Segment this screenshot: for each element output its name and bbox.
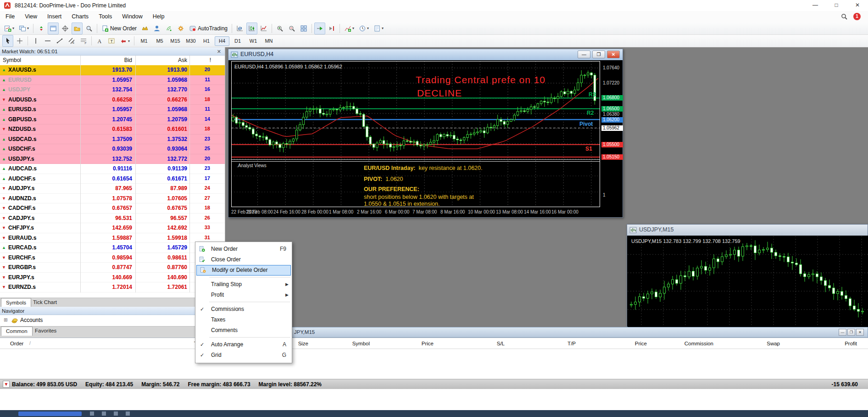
orders-column-swap[interactable]: Swap [767,341,780,346]
market-watch-toggle-button[interactable] [36,23,47,34]
menu-item-new-order[interactable]: New OrderF9 [195,244,292,254]
chart-window-titlebar[interactable]: USDJPY,M15 [627,225,868,236]
market-watch-close-icon[interactable]: ✕ [217,47,221,56]
timeframe-h1[interactable]: H1 [199,36,214,46]
horizontal-line-tool-button[interactable] [42,35,53,47]
market-watch-row-audnzd.s[interactable]: ▼AUDNZD.s1.075781.0760527 [0,194,225,204]
column-ask[interactable]: Ask [178,57,187,63]
signals-button[interactable] [163,23,174,34]
orders-column-symbol[interactable]: Symbol [352,341,370,346]
orders-column-profit[interactable]: Profit [845,341,857,346]
market-watch-row-eurnzd.s[interactable]: ▼EURNZD.s1.720141.72061 [0,282,225,293]
dropdown-caret-icon[interactable]: ▾ [352,26,354,30]
menu-item-grid[interactable]: ✓GridG [195,350,292,361]
arrows-tool-button[interactable]: ▾ [118,35,132,47]
orders-column-sl[interactable]: S/L [497,341,505,346]
profiles-button[interactable]: ▾ [17,23,31,34]
menu-item-commissions[interactable]: ✓Commissions [195,304,292,315]
taskbar-item[interactable] [18,411,82,416]
market-watch-row-nzdusd.s[interactable]: ▼NZDUSD.s0.615830.6160118 [0,124,225,135]
menu-view[interactable]: View [20,11,42,22]
timeframe-m30[interactable]: M30 [184,36,198,46]
market-watch-row-eurjpy.s[interactable]: ▼EURJPY.s140.669140.690 [0,273,225,283]
market-watch-row-eurusd.s[interactable]: ▲EURUSD.s1.059571.0596811 [0,105,225,115]
chart-window-usdjpy-m15[interactable]: USDJPY,M15 USDJPY,M15 132.783 132.799 13… [627,224,868,327]
cursor-tool-button[interactable] [2,35,13,47]
line-chart-mode-button[interactable] [258,23,269,34]
timeframe-mn[interactable]: MN [262,36,276,46]
tab-tick-chart[interactable]: Tick Chart [28,298,61,307]
tab-common[interactable]: Common [1,327,33,336]
data-window-toggle-button[interactable] [48,23,59,34]
auto-scroll-button[interactable] [314,23,325,34]
orders-column-order[interactable]: Order [10,341,23,346]
orders-column-price[interactable]: Price [635,341,647,346]
new-order-button[interactable]: New Order [100,23,139,34]
taskbar-icon[interactable] [102,411,106,416]
menu-item-modify-or-delete-order[interactable]: Modify or Delete Order [196,265,291,276]
dropdown-caret-icon[interactable]: ▾ [382,26,384,30]
menu-file[interactable]: File [0,11,20,22]
tree-expand-icon[interactable]: ⊞ [4,317,7,322]
chart-area[interactable]: USDJPY,M15 132.783 132.799 132.708 132.7… [628,236,868,327]
dropdown-caret-icon[interactable]: ▾ [27,26,29,30]
fibonacci-tool-button[interactable]: F [78,35,89,47]
taskbar-icon[interactable] [114,411,118,416]
background-window-titlebar[interactable]: JPY,M15 — ❐ ✕ [227,327,868,338]
dropdown-caret-icon[interactable]: ▾ [367,26,369,30]
market-watch-row-eurusd[interactable]: ▲EURUSD1.059571.0596811 [0,75,225,85]
orders-column-tp[interactable]: T/P [568,341,576,346]
market-watch-row-usdjpy.s[interactable]: ▲USDJPY.s132.752132.77220 [0,154,225,164]
autotrading-button[interactable]: AutoTrading [187,23,229,34]
timeframe-w1[interactable]: W1 [246,36,261,46]
market-watch-row-gbpusd.s[interactable]: ▲GBPUSD.s1.207451.2075914 [0,115,225,125]
market-watch-row-cadjpy.s[interactable]: ▼CADJPY.s96.53196.55726 [0,214,225,224]
label-tool-button[interactable]: T [106,35,117,47]
market-watch-row-eurgbp.s[interactable]: ▼EURGBP.s0.877470.87760 [0,263,225,273]
child-close-icon[interactable]: ✕ [607,51,620,58]
child-restore-icon[interactable]: ❐ [847,329,855,336]
minimize-icon[interactable]: — [805,0,826,11]
market-watch-row-audcad.s[interactable]: ▲AUDCAD.s0.911160.9113923 [0,164,225,174]
column-bid[interactable]: Bid [124,57,132,63]
search-icon[interactable] [841,13,848,22]
tile-windows-button[interactable] [298,23,309,34]
zoom-out-button[interactable] [286,23,297,34]
timeframe-m1[interactable]: M1 [137,36,151,46]
chart-area[interactable]: 1.076401.072201.068001.065001.063801.062… [229,60,623,217]
trendline-tool-button[interactable] [54,35,65,47]
text-tool-button[interactable]: A [94,35,105,47]
orders-column-size[interactable]: Size [298,341,308,346]
dropdown-caret-icon[interactable]: ▾ [128,39,130,43]
candlestick-mode-button[interactable] [246,23,257,34]
market-watch-row-euraud.s[interactable]: ▼EURAUD.s1.598871.5991831 [0,233,225,243]
menu-tools[interactable]: Tools [94,11,117,22]
market-watch-row-usdcad.s[interactable]: ▲USDCAD.s1.375091.3753223 [0,135,225,145]
market-watch-row-eurchf.s[interactable]: ▼EURCHF.s0.985940.98611 [0,253,225,263]
column-spread[interactable]: ! [210,57,211,63]
child-close-icon[interactable]: ✕ [856,329,864,336]
tab-favorites[interactable]: Favorites [30,327,61,335]
market-watch-row-cadchf.s[interactable]: ▼CADCHF.s0.676570.6767518 [0,203,225,214]
menu-help[interactable]: Help [148,11,170,22]
timeframe-m15[interactable]: M15 [168,36,183,46]
market-watch-row-xauusd.s[interactable]: ▲XAUUSD.s1913.701913.9020 [0,65,225,75]
chart-shift-button[interactable] [326,23,337,34]
maximize-icon[interactable]: □ [826,0,847,11]
market-watch-row-audusd.s[interactable]: ▼AUDUSD.s0.662580.6627618 [0,95,225,105]
community-button[interactable] [151,23,162,34]
market-watch-row-audchf.s[interactable]: ▲AUDCHF.s0.616540.6167117 [0,174,225,184]
menu-item-auto-arrange[interactable]: ✓Auto ArrangeA [195,339,292,350]
menu-item-taxes[interactable]: Taxes [195,315,292,325]
market-watch-row-usdchf.s[interactable]: ▲USDCHF.s0.930390.9306425 [0,144,225,154]
templates-list-button[interactable]: ▾ [372,23,385,34]
menu-charts[interactable]: Charts [67,11,94,22]
bar-chart-mode-button[interactable] [234,23,245,34]
timeframe-h4[interactable]: H4 [215,36,229,46]
menu-item-close-order[interactable]: Close Order [195,254,292,265]
new-chart-button[interactable]: ▾ [2,23,16,34]
navigator-toggle-button[interactable] [60,23,71,34]
taskbar[interactable] [0,410,868,417]
child-minimize-icon[interactable]: — [839,329,846,336]
menu-item-trailing-stop[interactable]: Trailing Stop▶ [195,279,292,290]
